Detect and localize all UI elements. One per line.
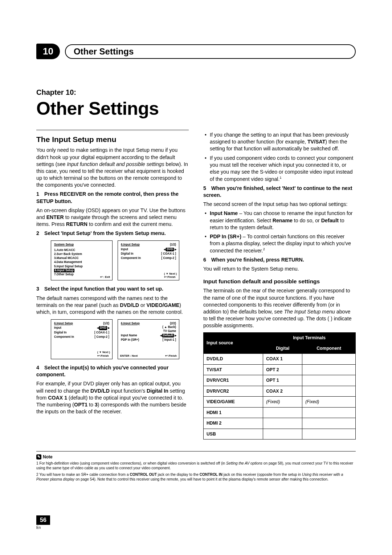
header-tab-text: Other Settings: [74, 46, 134, 57]
body-text: An on-screen display (OSD) appears on yo…: [36, 207, 189, 228]
osd-input-setup-1: 6.Input Setup(1/2) Input◀ DVD ▶ Digital …: [118, 240, 179, 280]
osd-title: System Setup: [54, 243, 109, 247]
body-text: You will return to the System Setup menu…: [203, 266, 356, 272]
osd-system-setup: System Setup 1.Auto MCACC 2.Surr Back Sy…: [51, 240, 113, 280]
table-row: DVD/LDCOAX 1: [204, 354, 356, 364]
footnote-rule: [36, 451, 356, 451]
table-row: HDMI 2: [204, 418, 356, 429]
step-heading: 6 When you're finished, press RETURN.: [203, 256, 356, 263]
table-row: VIDEO/GAME(Fixed)(Fixed): [204, 397, 356, 407]
section-heading: The Input Setup menu: [36, 134, 189, 145]
step-heading: 5 When you're finished, select 'Next' to…: [203, 185, 356, 199]
right-column: If you change the setting to an input th…: [203, 129, 356, 444]
pencil-icon: ✎: [36, 454, 41, 459]
body-text: The terminals on the rear of the receive…: [203, 287, 356, 329]
list-item: PDP In (SR+) – To control certain functi…: [203, 233, 356, 254]
table-header: Digital: [263, 343, 302, 353]
page-lang: En: [36, 526, 50, 530]
step-heading: 1 Press RECEIVER on the remote control, …: [36, 191, 189, 204]
header-row: 10 Other Settings: [36, 44, 356, 59]
chapter-chip: 10: [36, 44, 60, 59]
body-text: The second screen of the Input setup has…: [203, 201, 356, 208]
footnote: 2 You will have to make an SR+ cable con…: [36, 472, 356, 482]
footnote: 1 For high-definition video (using compo…: [36, 461, 356, 471]
osd-input-setup-1b: 6.Input Setup(1/2) Input◀ DVD ▶ Digital …: [51, 319, 113, 359]
table-header: Component: [302, 343, 356, 353]
list-item: Input Name – You can choose to rename th…: [203, 210, 356, 231]
page-number-box: 56 En: [36, 515, 50, 530]
step-heading: 3 Select the input function that you wan…: [36, 285, 189, 292]
table-header: Input source: [204, 332, 263, 354]
body-text: For example, if your DVD player only has…: [36, 380, 189, 415]
step-heading: 4 Select the input(s) to which you've co…: [36, 364, 189, 378]
page-title: Other Settings: [36, 98, 356, 119]
note-tag: ✎ Note: [36, 454, 53, 459]
page-number: 56: [36, 515, 50, 525]
table-row: USB: [204, 429, 356, 439]
table-row: HDMI 1: [204, 407, 356, 418]
osd-input-setup-2: 6.Input Setup(2/2) ( ▲ Back) TV Game Inp…: [118, 319, 179, 359]
body-text: The default names correspond with the na…: [36, 295, 189, 316]
chapter-label: Chapter 10:: [36, 88, 356, 97]
table-row: TV/SATOPT 2: [204, 364, 356, 375]
list-item: If you used component video cords to con…: [203, 155, 356, 183]
left-column: The Input Setup menu You only need to ma…: [36, 129, 189, 444]
step-heading: 2 Select 'Input Setup' from the System S…: [36, 230, 189, 237]
table-header: Input Terminals: [263, 332, 356, 343]
body-text: You only need to make settings in the In…: [36, 147, 189, 189]
subsection-heading: Input function default and possible sett…: [203, 278, 356, 285]
table-row: DVR/VCR2COAX 2: [204, 386, 356, 396]
list-item: If you change the setting to an input th…: [203, 131, 356, 153]
input-terminals-table: Input source Input Terminals Digital Com…: [203, 332, 356, 440]
header-tab: Other Settings: [65, 44, 356, 59]
table-row: DVR/VCR1OPT 1: [204, 375, 356, 386]
